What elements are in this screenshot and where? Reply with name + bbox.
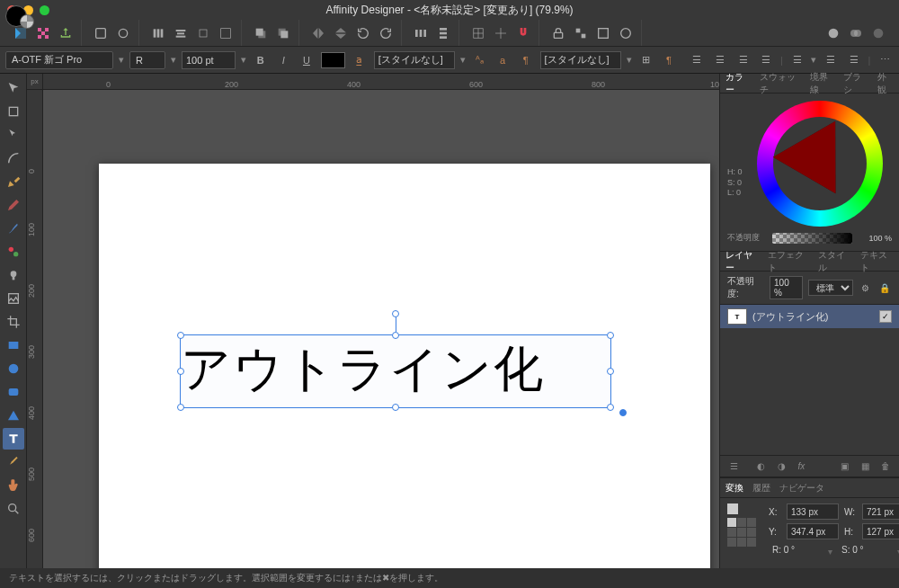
pen-tool[interactable]	[3, 171, 24, 192]
rectangle-tool[interactable]	[3, 334, 24, 356]
triangle-tool[interactable]	[3, 405, 24, 426]
dropdown-icon[interactable]: ▾	[811, 54, 816, 66]
persona-pixel-icon[interactable]	[33, 23, 53, 43]
lock-icon[interactable]	[548, 23, 568, 43]
tab-brushes[interactable]: ブラシ	[843, 71, 868, 96]
node-tool[interactable]	[3, 124, 24, 146]
distribute-icon[interactable]	[216, 23, 236, 43]
align-justify-text-icon[interactable]: ☰	[757, 51, 775, 69]
underline-button[interactable]: U	[298, 51, 316, 69]
rounded-rect-tool[interactable]	[3, 381, 24, 403]
snap-icon[interactable]	[513, 23, 533, 43]
misc-icon[interactable]: ⊞	[637, 51, 655, 69]
uppercase-icon[interactable]: ᴬₐ	[471, 51, 489, 69]
secondary-color-swatch[interactable]	[20, 14, 34, 29]
text-color-swatch[interactable]	[321, 52, 345, 68]
artboard-tool[interactable]	[3, 101, 24, 122]
list-bullet-icon[interactable]: ☰	[822, 51, 840, 69]
color-picker-tool[interactable]	[3, 451, 24, 473]
anchor-main[interactable]	[727, 503, 738, 514]
mask-icon[interactable]: ◐	[754, 459, 767, 474]
font-size-input[interactable]	[182, 51, 236, 69]
order-back-icon[interactable]	[273, 23, 293, 43]
layer-item[interactable]: T (アウトライン化) ✓	[720, 305, 899, 328]
symbols-icon[interactable]	[616, 23, 636, 43]
transform-x-input[interactable]	[787, 503, 839, 520]
delete-layer-icon[interactable]: 🗑	[879, 459, 892, 474]
char-style-select[interactable]	[374, 51, 455, 69]
align-right-icon[interactable]	[193, 23, 213, 43]
layer-visibility-checkbox[interactable]: ✓	[879, 310, 892, 323]
preview-icon[interactable]	[113, 23, 133, 43]
flip-h-icon[interactable]	[308, 23, 328, 43]
bold-button[interactable]: B	[252, 51, 270, 69]
gear-icon[interactable]: ⚙	[859, 281, 872, 295]
canvas-area[interactable]: px 0 200 400 600 800 1000 0 100 200 300 …	[27, 74, 719, 568]
tab-stroke[interactable]: 境界線	[810, 71, 835, 96]
tab-appearance[interactable]: 外観	[877, 71, 894, 96]
transform-w-input[interactable]	[862, 503, 899, 520]
lowercase-icon[interactable]: a	[494, 51, 512, 69]
place-image-tool[interactable]	[3, 288, 24, 309]
corner-tool[interactable]	[3, 147, 24, 169]
effect-3-icon[interactable]	[868, 23, 888, 43]
transform-h-input[interactable]	[862, 523, 899, 539]
tab-color[interactable]: カラー	[725, 71, 751, 96]
add-pixel-layer-icon[interactable]: ▦	[859, 459, 871, 474]
layer-name-label[interactable]: (アウトライン化)	[752, 310, 874, 324]
align-center-text-icon[interactable]: ☰	[711, 51, 729, 69]
list-number-icon[interactable]: ☰	[845, 51, 863, 69]
space-v-icon[interactable]	[433, 23, 453, 43]
rotate-cw-icon[interactable]	[376, 23, 396, 43]
tab-transform[interactable]: 変換	[725, 482, 743, 494]
transform-r-value[interactable]: R: 0 °	[769, 543, 823, 559]
fx-icon[interactable]: fx	[795, 459, 807, 474]
zoom-tool[interactable]	[3, 498, 24, 520]
resize-handle-sw[interactable]	[177, 404, 184, 411]
align-center-h-icon[interactable]	[171, 23, 191, 43]
assets-icon[interactable]	[593, 23, 613, 43]
resize-handle-nw[interactable]	[177, 332, 184, 339]
resize-handle-n[interactable]	[392, 332, 399, 339]
align-top-icon[interactable]: ☰	[788, 51, 806, 69]
opacity-slider[interactable]	[772, 233, 852, 244]
pan-tool[interactable]	[3, 475, 24, 496]
resize-handle-s[interactable]	[392, 404, 399, 411]
font-family-select[interactable]	[5, 51, 113, 69]
font-weight-select[interactable]	[129, 51, 165, 69]
tab-effects[interactable]: エフェクト	[768, 249, 809, 274]
tab-layers[interactable]: レイヤー	[725, 249, 759, 274]
dropdown-icon[interactable]: ▾	[627, 54, 632, 66]
tab-text[interactable]: テキスト	[860, 249, 894, 274]
rotate-ccw-icon[interactable]	[353, 23, 373, 43]
flip-v-icon[interactable]	[331, 23, 351, 43]
blend-mode-select[interactable]: 標準	[808, 280, 853, 296]
insert-icon[interactable]	[571, 23, 591, 43]
resize-handle-se[interactable]	[607, 404, 614, 411]
text-scale-handle[interactable]	[619, 409, 627, 416]
order-front-icon[interactable]	[251, 23, 271, 43]
dropdown-icon[interactable]: ▾	[241, 54, 246, 66]
layers-stack-icon[interactable]: ☰	[727, 459, 740, 474]
grid-icon[interactable]	[468, 23, 488, 43]
persona-export-icon[interactable]	[56, 23, 76, 43]
effect-2-icon[interactable]	[846, 23, 866, 43]
selected-text-frame[interactable]: アウトライン化	[180, 334, 611, 408]
align-left-icon[interactable]	[148, 23, 168, 43]
fill-tool[interactable]	[3, 241, 24, 263]
para-style-select[interactable]	[540, 51, 621, 69]
align-right-text-icon[interactable]: ☰	[734, 51, 752, 69]
pencil-tool[interactable]	[3, 194, 24, 216]
view-mode-icon[interactable]	[91, 23, 111, 43]
vector-brush-tool[interactable]	[3, 218, 24, 239]
canvas-text-content[interactable]: アウトライン化	[181, 335, 610, 402]
anchor-selector[interactable]	[727, 518, 756, 547]
artboard[interactable]: アウトライン化	[99, 164, 710, 568]
add-layer-icon[interactable]: ▣	[839, 459, 851, 474]
layer-opacity-value[interactable]: 100 %	[770, 276, 803, 299]
italic-button[interactable]: I	[275, 51, 293, 69]
transform-s-value[interactable]: S: 0 °	[838, 543, 892, 559]
dropdown-icon[interactable]: ▾	[119, 54, 124, 66]
artistic-text-tool[interactable]	[3, 428, 24, 450]
space-h-icon[interactable]	[411, 23, 431, 43]
